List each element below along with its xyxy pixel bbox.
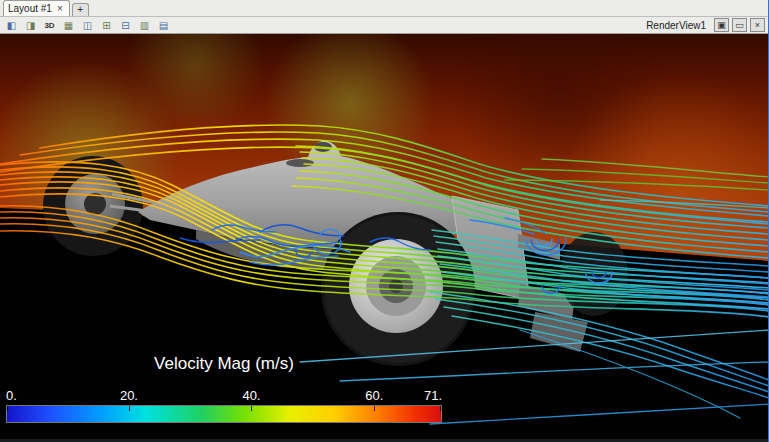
legend-tick-label: 60. [365, 388, 383, 403]
render-view-title: RenderView1 [646, 20, 711, 31]
add-view-icon[interactable]: ⊞ [98, 18, 115, 33]
legend-tick-mark [251, 406, 252, 411]
new-layout-button[interactable]: + [72, 3, 89, 16]
legend-tick-label: 0. [6, 388, 17, 403]
legend-tick-label: 20. [120, 388, 138, 403]
layout-tab-bar: Layout #1 × + [0, 0, 768, 17]
maximize-view-icon[interactable]: ▭ [732, 18, 747, 32]
legend-tick-label: 40. [242, 388, 260, 403]
close-view-icon[interactable]: × [750, 18, 765, 32]
legend-colorbar[interactable] [6, 405, 442, 423]
render-viewport[interactable]: Velocity Mag (m/s) 0. 20. 40. 60. 71. [0, 34, 768, 439]
paraview-window: Layout #1 × + ◧ ◨ 3D ▦ ◫ ⊞ ⊟ ▥ ▤ RenderV… [0, 0, 769, 442]
color-legend[interactable]: Velocity Mag (m/s) 0. 20. 40. 60. 71. [6, 354, 442, 423]
remove-view-icon[interactable]: ⊟ [117, 18, 134, 33]
legend-tick-mark [7, 406, 8, 411]
fullscreen-icon[interactable]: ▤ [155, 18, 172, 33]
undock-view-icon[interactable]: ▣ [714, 18, 729, 32]
grid-icon[interactable]: ▦ [60, 18, 77, 33]
view-toolbar: ◧ ◨ 3D ▦ ◫ ⊞ ⊟ ▥ ▤ RenderView1 ▣ ▭ × [0, 17, 768, 34]
legend-tick-mark [440, 406, 441, 411]
interaction-mode-3d-icon[interactable]: 3D [41, 18, 58, 33]
tab-label: Layout #1 [8, 3, 52, 14]
tab-layout-1[interactable]: Layout #1 × [3, 0, 70, 16]
legend-tick-mark [374, 406, 375, 411]
split-horizontal-icon[interactable]: ◧ [3, 18, 20, 33]
legend-title: Velocity Mag (m/s) [6, 354, 442, 374]
split-vertical-icon[interactable]: ◨ [22, 18, 39, 33]
split-view-icon[interactable]: ◫ [79, 18, 96, 33]
legend-tick-labels: 0. 20. 40. 60. 71. [6, 388, 442, 403]
tab-close-icon[interactable]: × [57, 4, 63, 14]
legend-tick-label: 71. [424, 388, 442, 403]
legend-tick-mark [129, 406, 130, 411]
preview-icon[interactable]: ▥ [136, 18, 153, 33]
